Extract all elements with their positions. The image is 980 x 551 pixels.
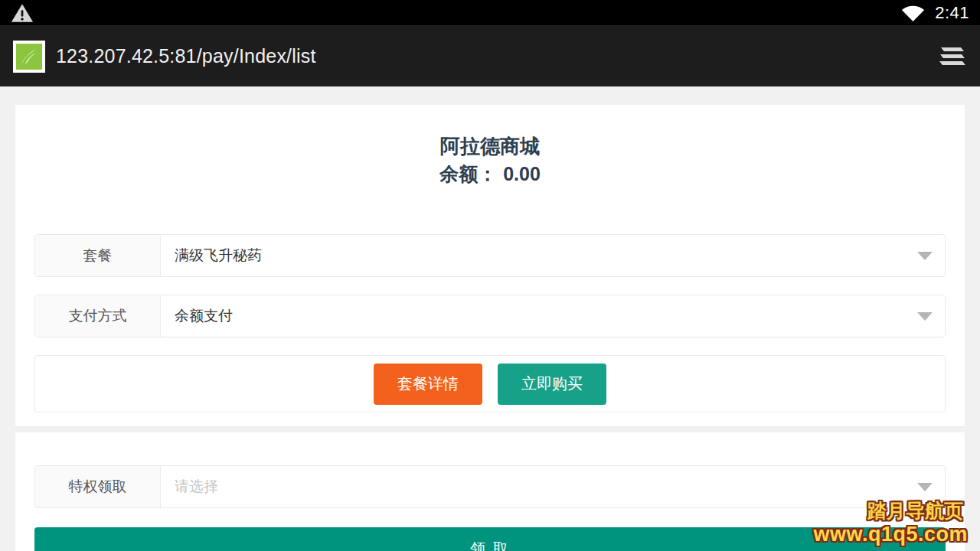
webpage-content: 阿拉德商城 余额：0.00 套餐 满级飞升秘药 支付方式 余额支付 套餐详情 立… xyxy=(0,86,980,551)
status-time: 2:41 xyxy=(935,3,969,23)
privilege-row: 特权领取 请选择 xyxy=(34,465,946,508)
claim-button[interactable]: 领 取 xyxy=(34,527,946,551)
package-details-button[interactable]: 套餐详情 xyxy=(374,364,482,405)
package-label: 套餐 xyxy=(35,235,161,276)
browser-menu-icon[interactable] xyxy=(936,45,967,68)
privilege-label: 特权领取 xyxy=(35,466,161,507)
chevron-down-icon xyxy=(917,312,933,321)
url-text[interactable]: 123.207.42.5:81/pay/Index/list xyxy=(56,45,316,67)
privilege-select[interactable]: 请选择 xyxy=(161,466,945,507)
balance-label: 余额： xyxy=(439,163,497,184)
privilege-card: 特权领取 请选择 领 取 xyxy=(15,432,965,551)
package-select[interactable]: 满级飞升秘药 xyxy=(161,235,945,276)
payment-label: 支付方式 xyxy=(35,295,161,337)
chevron-down-icon xyxy=(917,252,933,260)
chevron-down-icon xyxy=(917,483,933,491)
android-screen: 2:41 123.207.42.5:81/pay/Index/list 阿拉德商… xyxy=(0,0,980,551)
payment-select[interactable]: 余额支付 xyxy=(161,295,945,337)
action-buttons-box: 套餐详情 立即购买 xyxy=(34,355,946,412)
purchase-card: 阿拉德商城 余额：0.00 套餐 满级飞升秘药 支付方式 余额支付 套餐详情 立… xyxy=(15,105,965,426)
warning-triangle-icon xyxy=(11,3,34,23)
status-bar: 2:41 xyxy=(0,0,980,25)
browser-address-bar: 123.207.42.5:81/pay/Index/list xyxy=(0,25,980,86)
payment-row: 支付方式 余额支付 xyxy=(34,295,946,337)
buy-now-button[interactable]: 立即购买 xyxy=(498,364,606,405)
shop-title: 阿拉德商城 xyxy=(34,132,946,160)
wifi-icon xyxy=(901,5,925,22)
site-favicon xyxy=(13,41,45,73)
package-row: 套餐 满级飞升秘药 xyxy=(34,234,946,277)
balance-line: 余额：0.00 xyxy=(34,160,946,187)
balance-value: 0.00 xyxy=(503,163,541,184)
